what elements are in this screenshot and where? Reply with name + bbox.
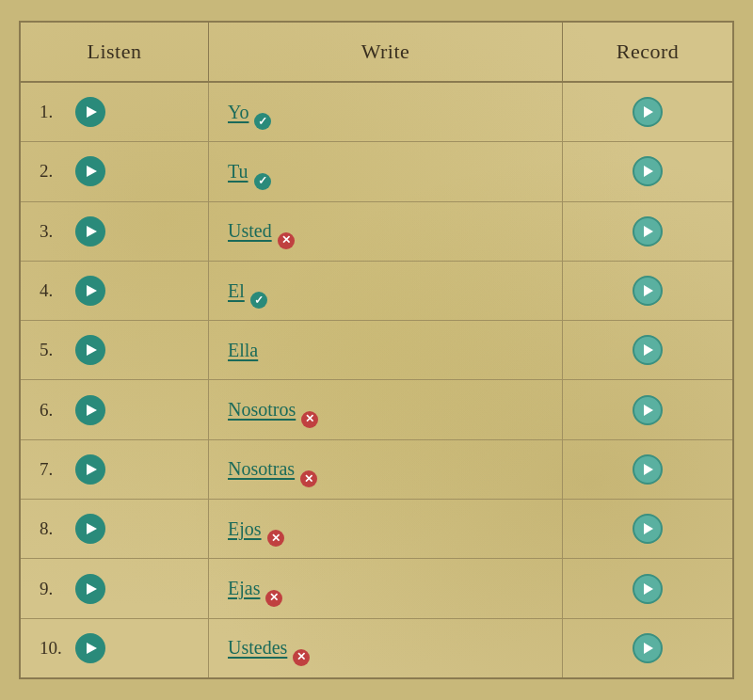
record-cell-9 bbox=[563, 559, 732, 617]
word-text[interactable]: Yo bbox=[228, 102, 248, 123]
audio-button-2[interactable] bbox=[75, 156, 105, 186]
correct-badge bbox=[254, 173, 271, 190]
write-cell-5: Ella bbox=[209, 321, 563, 379]
audio-button-4[interactable] bbox=[75, 276, 105, 306]
word-text[interactable]: Ella bbox=[228, 340, 258, 361]
row-number: 4. bbox=[40, 280, 66, 301]
record-cell-5 bbox=[563, 321, 732, 379]
record-button-10[interactable] bbox=[633, 633, 663, 663]
word-text[interactable]: Nosotros bbox=[228, 399, 296, 421]
record-cell-3 bbox=[563, 202, 732, 261]
record-cell-4 bbox=[563, 262, 732, 320]
record-button-3[interactable] bbox=[633, 216, 663, 247]
table-row: 10.Ustedes bbox=[21, 619, 732, 677]
table-row: 3.Usted bbox=[21, 202, 732, 262]
record-cell-7 bbox=[563, 440, 732, 499]
record-button-6[interactable] bbox=[633, 395, 663, 425]
record-button-5[interactable] bbox=[633, 335, 663, 365]
incorrect-badge bbox=[278, 232, 295, 249]
row-number: 8. bbox=[40, 518, 66, 539]
row-number: 1. bbox=[40, 102, 66, 122]
incorrect-badge bbox=[267, 530, 284, 547]
record-cell-10 bbox=[563, 619, 732, 677]
listen-cell-3: 3. bbox=[21, 202, 209, 261]
record-cell-1 bbox=[563, 83, 732, 141]
write-cell-10: Ustedes bbox=[209, 619, 563, 677]
row-number: 3. bbox=[40, 221, 66, 242]
audio-button-5[interactable] bbox=[75, 335, 105, 365]
row-number: 9. bbox=[40, 579, 66, 599]
listen-cell-6: 6. bbox=[21, 380, 209, 438]
table-row: 5.Ella bbox=[21, 321, 732, 380]
record-button-1[interactable] bbox=[633, 97, 663, 127]
record-button-8[interactable] bbox=[633, 514, 663, 544]
listen-cell-2: 2. bbox=[21, 142, 209, 200]
page-background: Listen Write Record 1.Yo2.Tu3.Usted4.El5… bbox=[19, 21, 734, 679]
write-cell-2: Tu bbox=[209, 142, 563, 200]
incorrect-badge bbox=[300, 470, 317, 487]
write-cell-3: Usted bbox=[209, 202, 563, 261]
table-row: 7.Nosotras bbox=[21, 440, 732, 500]
record-button-4[interactable] bbox=[633, 276, 663, 306]
record-button-7[interactable] bbox=[633, 454, 663, 485]
listen-cell-7: 7. bbox=[21, 440, 209, 499]
listen-cell-4: 4. bbox=[21, 262, 209, 320]
listen-header: Listen bbox=[21, 23, 209, 81]
word-text[interactable]: Ustedes bbox=[228, 637, 287, 659]
write-cell-1: Yo bbox=[209, 83, 563, 141]
correct-badge bbox=[254, 113, 271, 130]
listen-cell-10: 10. bbox=[21, 619, 209, 677]
word-text[interactable]: Tu bbox=[228, 161, 248, 183]
audio-button-7[interactable] bbox=[75, 454, 105, 485]
word-text[interactable]: Ejos bbox=[228, 518, 262, 540]
table-body: 1.Yo2.Tu3.Usted4.El5.Ella6.Nosotros7.Nos… bbox=[21, 83, 732, 677]
write-cell-4: El bbox=[209, 262, 563, 320]
table-row: 2.Tu bbox=[21, 142, 732, 201]
audio-button-1[interactable] bbox=[75, 97, 105, 127]
table-row: 6.Nosotros bbox=[21, 380, 732, 439]
word-text[interactable]: Ejas bbox=[228, 578, 260, 599]
incorrect-badge bbox=[265, 590, 282, 607]
table-header: Listen Write Record bbox=[21, 23, 732, 83]
audio-button-6[interactable] bbox=[75, 395, 105, 425]
table-row: 9.Ejas bbox=[21, 559, 732, 618]
table-row: 1.Yo bbox=[21, 83, 732, 142]
record-button-9[interactable] bbox=[633, 574, 663, 604]
word-text[interactable]: El bbox=[228, 280, 245, 302]
record-button-2[interactable] bbox=[633, 156, 663, 186]
record-cell-2 bbox=[563, 142, 732, 200]
correct-badge bbox=[250, 292, 267, 309]
audio-button-8[interactable] bbox=[75, 514, 105, 544]
incorrect-badge bbox=[293, 649, 310, 666]
row-number: 10. bbox=[40, 638, 66, 659]
record-cell-6 bbox=[563, 380, 732, 438]
audio-button-3[interactable] bbox=[75, 216, 105, 247]
word-text[interactable]: Nosotras bbox=[228, 458, 295, 480]
listen-cell-1: 1. bbox=[21, 83, 209, 141]
write-header: Write bbox=[209, 23, 563, 81]
row-number: 5. bbox=[40, 340, 66, 360]
write-cell-9: Ejas bbox=[209, 559, 563, 617]
main-table: Listen Write Record 1.Yo2.Tu3.Usted4.El5… bbox=[21, 23, 732, 677]
listen-cell-9: 9. bbox=[21, 559, 209, 617]
write-cell-8: Ejos bbox=[209, 500, 563, 558]
audio-button-10[interactable] bbox=[75, 633, 105, 663]
incorrect-badge bbox=[301, 411, 318, 428]
record-header: Record bbox=[563, 23, 732, 81]
record-cell-8 bbox=[563, 500, 732, 558]
table-row: 8.Ejos bbox=[21, 500, 732, 559]
write-cell-7: Nosotras bbox=[209, 440, 563, 499]
row-number: 7. bbox=[40, 459, 66, 480]
write-cell-6: Nosotros bbox=[209, 380, 563, 438]
row-number: 2. bbox=[40, 161, 66, 182]
audio-button-9[interactable] bbox=[75, 574, 105, 604]
table-row: 4.El bbox=[21, 262, 732, 321]
word-text[interactable]: Usted bbox=[228, 220, 272, 242]
row-number: 6. bbox=[40, 400, 66, 421]
listen-cell-5: 5. bbox=[21, 321, 209, 379]
listen-cell-8: 8. bbox=[21, 500, 209, 558]
